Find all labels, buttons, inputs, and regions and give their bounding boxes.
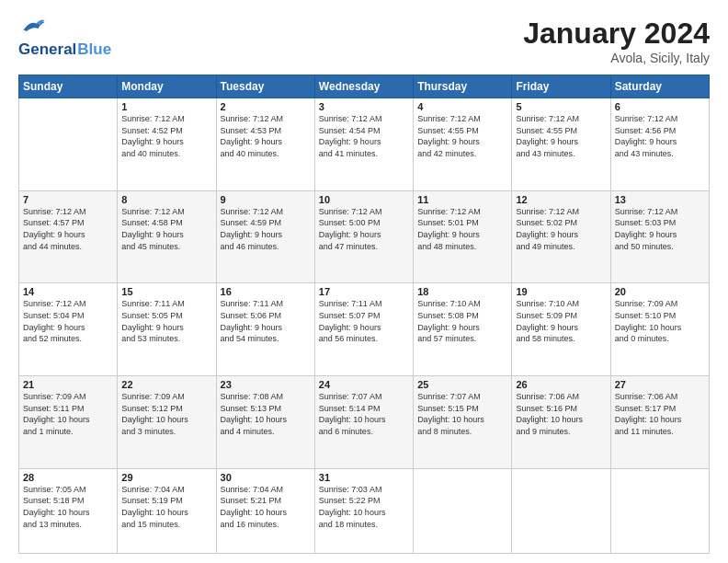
day-info: Sunrise: 7:12 AM Sunset: 5:03 PM Dayligh… bbox=[615, 206, 705, 252]
location: Avola, Sicily, Italy bbox=[523, 51, 710, 65]
logo: General Blue bbox=[18, 17, 111, 59]
day-info: Sunrise: 7:08 AM Sunset: 5:13 PM Dayligh… bbox=[221, 391, 311, 437]
day-info: Sunrise: 7:12 AM Sunset: 5:04 PM Dayligh… bbox=[23, 298, 113, 344]
day-number: 6 bbox=[615, 101, 705, 112]
calendar-cell: 22Sunrise: 7:09 AM Sunset: 5:12 PM Dayli… bbox=[118, 376, 216, 469]
calendar-cell bbox=[512, 468, 610, 553]
calendar-cell: 8Sunrise: 7:12 AM Sunset: 4:58 PM Daylig… bbox=[118, 190, 216, 283]
day-header-thursday: Thursday bbox=[414, 75, 512, 98]
calendar-cell: 10Sunrise: 7:12 AM Sunset: 5:00 PM Dayli… bbox=[314, 190, 413, 283]
day-info: Sunrise: 7:11 AM Sunset: 5:05 PM Dayligh… bbox=[121, 298, 211, 344]
day-number: 30 bbox=[221, 472, 311, 483]
calendar-cell: 31Sunrise: 7:03 AM Sunset: 5:22 PM Dayli… bbox=[314, 468, 413, 553]
day-info: Sunrise: 7:11 AM Sunset: 5:06 PM Dayligh… bbox=[221, 298, 311, 344]
day-info: Sunrise: 7:12 AM Sunset: 4:59 PM Dayligh… bbox=[221, 206, 311, 252]
calendar-cell: 28Sunrise: 7:05 AM Sunset: 5:18 PM Dayli… bbox=[19, 468, 118, 553]
calendar-cell: 25Sunrise: 7:07 AM Sunset: 5:15 PM Dayli… bbox=[414, 376, 512, 469]
day-header-tuesday: Tuesday bbox=[216, 75, 314, 98]
day-number: 18 bbox=[417, 286, 507, 297]
header: General Blue January 2024 Avola, Sicily,… bbox=[18, 17, 710, 65]
day-info: Sunrise: 7:07 AM Sunset: 5:15 PM Dayligh… bbox=[417, 391, 507, 437]
day-info: Sunrise: 7:12 AM Sunset: 4:58 PM Dayligh… bbox=[121, 206, 211, 252]
calendar-cell bbox=[19, 98, 118, 191]
day-info: Sunrise: 7:09 AM Sunset: 5:12 PM Dayligh… bbox=[121, 391, 211, 437]
day-number: 21 bbox=[23, 379, 113, 390]
calendar-cell: 4Sunrise: 7:12 AM Sunset: 4:55 PM Daylig… bbox=[414, 98, 512, 191]
day-number: 25 bbox=[417, 379, 507, 390]
day-info: Sunrise: 7:06 AM Sunset: 5:16 PM Dayligh… bbox=[516, 391, 606, 437]
calendar-week-row: 28Sunrise: 7:05 AM Sunset: 5:18 PM Dayli… bbox=[19, 468, 710, 553]
day-header-friday: Friday bbox=[512, 75, 610, 98]
day-number: 9 bbox=[221, 194, 311, 205]
day-number: 22 bbox=[121, 379, 211, 390]
calendar-table: SundayMondayTuesdayWednesdayThursdayFrid… bbox=[18, 75, 710, 554]
day-number: 19 bbox=[516, 286, 606, 297]
day-number: 24 bbox=[319, 379, 409, 390]
day-number: 8 bbox=[121, 194, 211, 205]
day-info: Sunrise: 7:04 AM Sunset: 5:21 PM Dayligh… bbox=[221, 484, 311, 530]
calendar-cell: 30Sunrise: 7:04 AM Sunset: 5:21 PM Dayli… bbox=[216, 468, 314, 553]
day-info: Sunrise: 7:12 AM Sunset: 4:53 PM Dayligh… bbox=[221, 113, 311, 159]
day-number: 27 bbox=[615, 379, 705, 390]
calendar-cell: 15Sunrise: 7:11 AM Sunset: 5:05 PM Dayli… bbox=[118, 283, 216, 376]
page: General Blue January 2024 Avola, Sicily,… bbox=[0, 0, 728, 563]
calendar-cell: 5Sunrise: 7:12 AM Sunset: 4:55 PM Daylig… bbox=[512, 98, 610, 191]
day-info: Sunrise: 7:10 AM Sunset: 5:09 PM Dayligh… bbox=[516, 298, 606, 344]
calendar-cell: 12Sunrise: 7:12 AM Sunset: 5:02 PM Dayli… bbox=[512, 190, 610, 283]
day-info: Sunrise: 7:06 AM Sunset: 5:17 PM Dayligh… bbox=[615, 391, 705, 437]
day-info: Sunrise: 7:12 AM Sunset: 4:55 PM Dayligh… bbox=[417, 113, 507, 159]
calendar-cell: 9Sunrise: 7:12 AM Sunset: 4:59 PM Daylig… bbox=[216, 190, 314, 283]
day-number: 28 bbox=[23, 472, 113, 483]
day-number: 10 bbox=[319, 194, 409, 205]
day-number: 15 bbox=[121, 286, 211, 297]
calendar-cell: 27Sunrise: 7:06 AM Sunset: 5:17 PM Dayli… bbox=[610, 376, 709, 469]
day-info: Sunrise: 7:07 AM Sunset: 5:14 PM Dayligh… bbox=[319, 391, 409, 437]
day-number: 13 bbox=[615, 194, 705, 205]
calendar-cell: 6Sunrise: 7:12 AM Sunset: 4:56 PM Daylig… bbox=[610, 98, 709, 191]
calendar-header-row: SundayMondayTuesdayWednesdayThursdayFrid… bbox=[19, 75, 710, 98]
calendar-cell: 19Sunrise: 7:10 AM Sunset: 5:09 PM Dayli… bbox=[512, 283, 610, 376]
day-info: Sunrise: 7:12 AM Sunset: 4:57 PM Dayligh… bbox=[23, 206, 113, 252]
day-info: Sunrise: 7:04 AM Sunset: 5:19 PM Dayligh… bbox=[121, 484, 211, 530]
calendar-cell: 7Sunrise: 7:12 AM Sunset: 4:57 PM Daylig… bbox=[19, 190, 118, 283]
day-info: Sunrise: 7:03 AM Sunset: 5:22 PM Dayligh… bbox=[319, 484, 409, 530]
day-number: 17 bbox=[319, 286, 409, 297]
calendar-cell: 16Sunrise: 7:11 AM Sunset: 5:06 PM Dayli… bbox=[216, 283, 314, 376]
day-number: 14 bbox=[23, 286, 113, 297]
calendar-cell: 23Sunrise: 7:08 AM Sunset: 5:13 PM Dayli… bbox=[216, 376, 314, 469]
day-info: Sunrise: 7:12 AM Sunset: 4:55 PM Dayligh… bbox=[516, 113, 606, 159]
day-number: 3 bbox=[319, 101, 409, 112]
calendar-cell: 24Sunrise: 7:07 AM Sunset: 5:14 PM Dayli… bbox=[314, 376, 413, 469]
logo-bird-icon bbox=[20, 17, 46, 37]
day-number: 4 bbox=[417, 101, 507, 112]
day-info: Sunrise: 7:12 AM Sunset: 4:56 PM Dayligh… bbox=[615, 113, 705, 159]
day-info: Sunrise: 7:10 AM Sunset: 5:08 PM Dayligh… bbox=[417, 298, 507, 344]
calendar-week-row: 21Sunrise: 7:09 AM Sunset: 5:11 PM Dayli… bbox=[19, 376, 710, 469]
calendar-cell: 2Sunrise: 7:12 AM Sunset: 4:53 PM Daylig… bbox=[216, 98, 314, 191]
calendar-cell: 17Sunrise: 7:11 AM Sunset: 5:07 PM Dayli… bbox=[314, 283, 413, 376]
calendar-cell: 18Sunrise: 7:10 AM Sunset: 5:08 PM Dayli… bbox=[414, 283, 512, 376]
day-number: 7 bbox=[23, 194, 113, 205]
day-info: Sunrise: 7:12 AM Sunset: 5:01 PM Dayligh… bbox=[417, 206, 507, 252]
day-header-monday: Monday bbox=[118, 75, 216, 98]
calendar-cell: 21Sunrise: 7:09 AM Sunset: 5:11 PM Dayli… bbox=[19, 376, 118, 469]
day-info: Sunrise: 7:11 AM Sunset: 5:07 PM Dayligh… bbox=[319, 298, 409, 344]
calendar-cell: 13Sunrise: 7:12 AM Sunset: 5:03 PM Dayli… bbox=[610, 190, 709, 283]
day-number: 20 bbox=[615, 286, 705, 297]
calendar-week-row: 7Sunrise: 7:12 AM Sunset: 4:57 PM Daylig… bbox=[19, 190, 710, 283]
calendar-cell: 20Sunrise: 7:09 AM Sunset: 5:10 PM Dayli… bbox=[610, 283, 709, 376]
day-number: 23 bbox=[221, 379, 311, 390]
month-title: January 2024 bbox=[523, 17, 710, 51]
logo-text-blue: Blue bbox=[77, 40, 111, 59]
calendar-week-row: 1Sunrise: 7:12 AM Sunset: 4:52 PM Daylig… bbox=[19, 98, 710, 191]
day-number: 16 bbox=[221, 286, 311, 297]
day-number: 1 bbox=[121, 101, 211, 112]
day-info: Sunrise: 7:12 AM Sunset: 4:54 PM Dayligh… bbox=[319, 113, 409, 159]
day-number: 2 bbox=[221, 101, 311, 112]
day-info: Sunrise: 7:09 AM Sunset: 5:10 PM Dayligh… bbox=[615, 298, 705, 344]
calendar-cell: 3Sunrise: 7:12 AM Sunset: 4:54 PM Daylig… bbox=[314, 98, 413, 191]
calendar-cell: 11Sunrise: 7:12 AM Sunset: 5:01 PM Dayli… bbox=[414, 190, 512, 283]
day-number: 11 bbox=[417, 194, 507, 205]
day-number: 12 bbox=[516, 194, 606, 205]
day-number: 26 bbox=[516, 379, 606, 390]
